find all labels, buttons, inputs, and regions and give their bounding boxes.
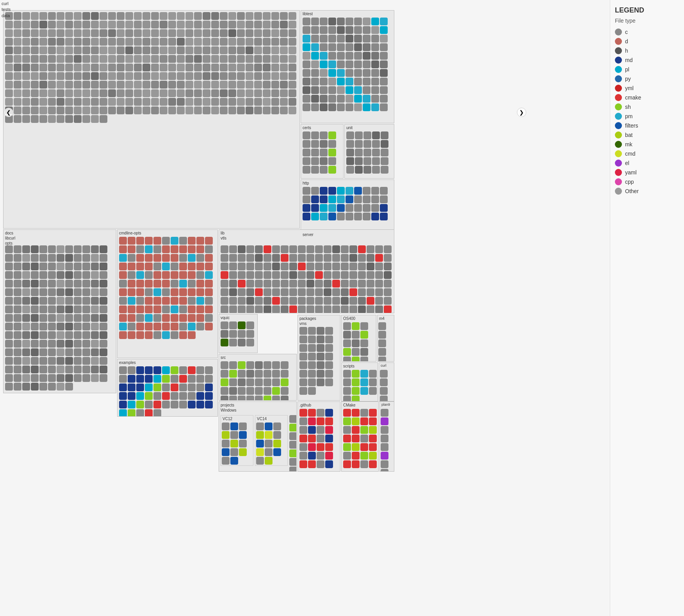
github-label: .github — [299, 403, 311, 408]
legend-label-md: md — [625, 57, 632, 63]
section-examples: examples (function() { var area = docume… — [117, 359, 218, 417]
src-label: src — [221, 355, 226, 360]
nav-left-arrow[interactable]: ❮ — [4, 108, 13, 117]
packages-files: (function() { var area = document.curren… — [299, 327, 339, 399]
legend-item-d[interactable]: d — [615, 38, 679, 45]
nav-right-arrow[interactable]: ❯ — [517, 108, 526, 117]
section-unit: unit (function() { var area = document.c… — [344, 124, 394, 179]
projects-extra-files: (function() { var area = document.curren… — [289, 415, 296, 466]
legend-dot-py — [615, 75, 622, 82]
breadcrumb-curl: curl — [2, 1, 9, 6]
legend-item-py[interactable]: py — [615, 75, 679, 82]
unit-files: (function() { var area = document.curren… — [346, 131, 393, 178]
legend-label-py: py — [625, 76, 631, 82]
cmdline-opts-label: cmdline-opts — [119, 231, 141, 236]
legend-label-cmd: cmd — [625, 151, 635, 157]
section-curl-sub: curl (function() { var area = document.c… — [379, 362, 394, 401]
vquic-files: (function() { var area = document.curren… — [221, 321, 256, 352]
docs-label: docs libcurl opts — [5, 231, 15, 246]
legend-label-cpp: cpp — [625, 179, 634, 185]
legend-item-Other[interactable]: Other — [615, 188, 679, 195]
legend-item-filters[interactable]: filters — [615, 122, 679, 129]
legend-dot-filters — [615, 122, 622, 129]
legend-title: LEGEND — [615, 6, 679, 14]
legend-item-yaml[interactable]: yaml — [615, 169, 679, 176]
examples-files: (function() { var area = document.curren… — [119, 366, 217, 415]
section-certs: certs (function() { var area = document.… — [301, 124, 344, 179]
http-label: http — [303, 181, 309, 186]
cmake-files: (function() { var area = document.curren… — [343, 409, 378, 470]
m4-files: (function() { var area = document.curren… — [378, 322, 394, 360]
m4-label: m4 — [379, 316, 385, 321]
legend-dot-cmake — [615, 94, 622, 101]
legend-label-cmake: cmake — [625, 94, 641, 101]
legend-dot-yaml — [615, 169, 622, 176]
packages-label: packages vms — [299, 316, 316, 326]
section-github: .github (function() { var area = documen… — [297, 401, 340, 472]
cmake-label: CMake — [343, 403, 356, 408]
section-projects: projects Windows VC12 (function() { var … — [219, 401, 297, 472]
legend-item-cmd[interactable]: cmd — [615, 150, 679, 157]
section-lib: lib vtls (function() { var area = docume… — [219, 229, 394, 313]
os400-files: (function() { var area = document.curren… — [343, 322, 375, 360]
section-plan9: plan9 (function() { var area = document.… — [379, 401, 394, 472]
legend-item-cpp[interactable]: cpp — [615, 178, 679, 185]
treemap-root: ❮ (function() { var area = document.curr… — [3, 3, 607, 612]
os400-label: OS400 — [343, 316, 355, 321]
legend-label-pl: pl — [625, 66, 629, 73]
legend-label-yaml: yaml — [625, 169, 637, 176]
section-src: src (function() { var area = document.cu… — [219, 354, 297, 401]
certs-label: certs — [303, 125, 311, 130]
legend-label-bat: bat — [625, 132, 632, 138]
breadcrumb: curl tests data — [2, 1, 11, 19]
breadcrumb-data: data — [2, 13, 10, 18]
legend-dot-md — [615, 57, 622, 64]
vc14-label: VC14 — [257, 416, 267, 421]
vc14-files: (function() { var area = document.curren… — [256, 423, 287, 465]
data-files: (function() { var area = document.curren… — [5, 12, 299, 227]
section-data: (function() { var area = document.curren… — [3, 10, 300, 229]
curl-sub-label: curl — [381, 364, 387, 368]
projects-label: projects Windows — [221, 403, 237, 413]
legend-label-el: el — [625, 160, 629, 166]
section-vquic: vquic (function() { var area = document.… — [219, 314, 258, 353]
vquic-label: vquic — [221, 315, 230, 320]
legend-item-bat[interactable]: bat — [615, 131, 679, 138]
legend-label-h: h — [625, 48, 628, 54]
treemap-area: curl tests data ❮ (function() { var area… — [0, 0, 610, 616]
curl-sub-files: (function() { var area = document.curren… — [380, 370, 394, 400]
legend-item-h[interactable]: h — [615, 47, 679, 54]
legend-dot-Other — [615, 188, 622, 195]
section-http: http (function() { var area = document.c… — [301, 179, 394, 230]
legend-item-sh[interactable]: sh — [615, 103, 679, 110]
legend-item-pl[interactable]: pl — [615, 66, 679, 73]
plan9-label: plan9 — [381, 403, 390, 407]
docs-files: (function() { var area = document.curren… — [5, 245, 115, 392]
examples-label: examples — [119, 360, 136, 365]
legend-item-cmake[interactable]: cmake — [615, 94, 679, 101]
legend-item-yml[interactable]: yml — [615, 85, 679, 92]
section-scripts: scripts (function() { var area = documen… — [341, 362, 378, 401]
legend-item-c[interactable]: c — [615, 28, 679, 36]
section-cmake: CMake (function() { var area = document.… — [341, 401, 379, 472]
legend-dot-mk — [615, 141, 622, 148]
cmdline-files: (function() { var area = document.curren… — [119, 237, 217, 357]
libtest-files: (function() { var area = document.curren… — [303, 18, 393, 122]
legend-item-pm[interactable]: pm — [615, 113, 679, 120]
legend-dot-yml — [615, 85, 622, 92]
legend-items: cdhmdplpyymlcmakeshpmfiltersbatmkcmdelya… — [615, 28, 679, 195]
legend-label-d: d — [625, 38, 628, 44]
legend-item-md[interactable]: md — [615, 57, 679, 64]
legend-dot-pl — [615, 66, 622, 73]
legend-label-c: c — [625, 29, 628, 35]
section-libtest: libtest (function() { var area = documen… — [301, 10, 394, 123]
legend-dot-cmd — [615, 150, 622, 157]
src-files: (function() { var area = document.curren… — [221, 361, 296, 399]
legend-item-mk[interactable]: mk — [615, 141, 679, 148]
legend-item-el[interactable]: el — [615, 160, 679, 167]
plan9-files: (function() { var area = document.curren… — [381, 409, 394, 470]
legend-subtitle: File type — [615, 18, 679, 24]
legend-dot-h — [615, 47, 622, 54]
legend-label-filters: filters — [625, 122, 638, 129]
breadcrumb-tests: tests — [2, 7, 11, 12]
